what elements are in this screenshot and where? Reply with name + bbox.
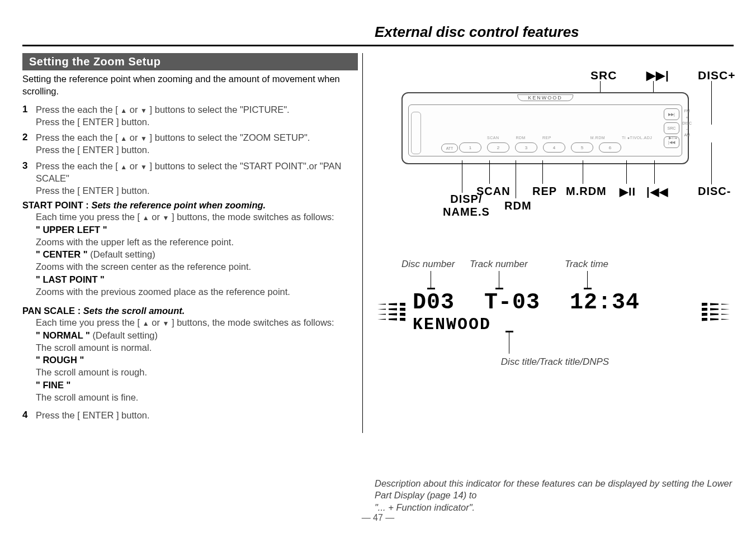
step-1: 1 Press the each the [ or ] buttons to s… bbox=[22, 103, 358, 129]
device-inner: SCAN RDM REP M.RDM TI ●TIVOL.ADJ ▶II● AT… bbox=[408, 104, 682, 156]
side-buttons: ▶▶| SRC |◀◀ bbox=[664, 108, 679, 148]
mini-rep: REP bbox=[542, 136, 551, 140]
preset-1: 1 bbox=[459, 142, 481, 153]
mini-mrdm: M.RDM bbox=[590, 136, 605, 140]
footnote-line: Description about this indicator for the… bbox=[375, 478, 732, 500]
att-button: ATT bbox=[441, 144, 458, 153]
step-4: 4 Press the [ ENTER ] button. bbox=[22, 409, 358, 422]
default-note: (Default setting) bbox=[90, 330, 158, 340]
heading-desc: Sets the scroll amount. bbox=[83, 306, 185, 316]
heading-prefix: PAN SCALE : bbox=[22, 306, 83, 316]
footnote: Description about this indicator for the… bbox=[375, 478, 733, 513]
label-rep: REP bbox=[532, 185, 557, 198]
step-text: Press the each the [ bbox=[36, 104, 120, 115]
heading-desc: Sets the reference point when zooming. bbox=[91, 200, 266, 210]
mode-lead: or bbox=[149, 212, 163, 222]
section-title: External disc control features bbox=[375, 23, 579, 41]
triangle-down-icon bbox=[163, 317, 169, 327]
default-note: (Default setting) bbox=[88, 249, 155, 259]
intro-text: Setting the reference point when zooming… bbox=[22, 73, 358, 98]
mode-lead: Each time you press the [ bbox=[36, 212, 143, 222]
option-upper-left: " UPPER LEFT " bbox=[36, 225, 107, 235]
triangle-up-icon bbox=[120, 161, 127, 171]
leader-line bbox=[711, 81, 712, 125]
option-desc: Zooms with the upper left as the referen… bbox=[36, 237, 234, 247]
label-playpause-icon: ▶II bbox=[620, 185, 636, 198]
option-center: " CENTER " (Default setting) bbox=[36, 249, 155, 259]
mini-ti: TI ●TIVOL.ADJ bbox=[622, 136, 652, 140]
step-text: ] buttons to select the "ZOOM SETUP". bbox=[147, 132, 310, 142]
device-diagram: SRC ▶▶| DISC+ KENWOOD SCAN RDM REP M.RDM… bbox=[375, 53, 733, 243]
step-text: Press the each the [ bbox=[36, 161, 120, 171]
label-rewind-icon: |◀◀ bbox=[646, 185, 668, 198]
step-text: Press the [ ENTER ] button. bbox=[36, 145, 150, 155]
mode-lead: Each time you press the [ bbox=[36, 317, 143, 327]
label-rdm: RDM bbox=[504, 199, 532, 212]
pan-scale-heading: PAN SCALE : Sets the scroll amount. bbox=[22, 306, 358, 316]
leader-line bbox=[509, 331, 509, 354]
option-normal: " NORMAL " (Default setting) bbox=[36, 330, 158, 340]
preset-3: 3 bbox=[515, 142, 537, 153]
step-2: 2 Press the each the [ or ] buttons to s… bbox=[22, 131, 358, 156]
disc-title-value: KENWOOD bbox=[413, 315, 491, 334]
triangle-down-icon bbox=[140, 161, 147, 171]
step-number: 3 bbox=[22, 160, 36, 197]
step-text: Press the each the [ bbox=[36, 132, 120, 142]
side-disc: DISC bbox=[682, 121, 692, 126]
label-mrdm: M.RDM bbox=[566, 185, 607, 198]
side-btn-src: SRC bbox=[664, 122, 679, 134]
option-desc: Zooms with the screen center as the refe… bbox=[36, 261, 251, 272]
triangle-down-icon bbox=[163, 212, 169, 222]
subsection-heading: Setting the Zoom Setup bbox=[22, 53, 358, 70]
triangle-up-icon bbox=[120, 132, 127, 142]
option-fine: " FINE " bbox=[36, 380, 70, 390]
leader-line bbox=[626, 160, 627, 184]
label-disc-title: Disc title/Track title/DNPS bbox=[375, 356, 735, 368]
brand-badge: KENWOOD bbox=[517, 94, 573, 101]
leader-line bbox=[462, 160, 462, 193]
step-3: 3 Press the each the [ or ] buttons to s… bbox=[22, 160, 358, 197]
option-desc: Zooms with the previous zoomed place as … bbox=[36, 287, 290, 297]
preset-4: 4 bbox=[543, 142, 565, 153]
leader-line bbox=[711, 142, 712, 184]
left-handle bbox=[411, 112, 421, 154]
leader-line bbox=[516, 160, 516, 198]
leader-line bbox=[542, 160, 543, 184]
preset-2: 2 bbox=[487, 142, 509, 153]
preset-row: 1 2 3 4 5 6 bbox=[459, 142, 621, 153]
label-disc-number: Disc number bbox=[401, 259, 455, 270]
preset-6: 6 bbox=[599, 142, 621, 153]
option-rough: " ROUGH " bbox=[36, 355, 84, 365]
label-track-time: Track time bbox=[565, 259, 608, 270]
step-text: Press the [ ENTER ] button. bbox=[36, 410, 150, 420]
mini-rdm: RDM bbox=[516, 136, 525, 140]
lcd-content: D03 T-03 12:34 KENWOOD bbox=[408, 290, 699, 334]
mode-lead: ] buttons, the mode switches as follows: bbox=[169, 317, 334, 327]
label-disc-minus: DISC- bbox=[698, 185, 731, 198]
label-src: SRC bbox=[590, 69, 617, 82]
pan-scale-block: Each time you press the [ or ] buttons, … bbox=[36, 316, 358, 403]
side-am: AM bbox=[682, 132, 692, 138]
side-btn-next: ▶▶| bbox=[664, 108, 679, 120]
vertical-rule bbox=[362, 53, 363, 433]
display-diagram: Disc number Track number Track time D03 … bbox=[375, 259, 735, 376]
option-desc: The scroll amount is fine. bbox=[36, 392, 138, 402]
horizontal-rule bbox=[22, 45, 734, 46]
step-text: ] buttons to select the "PICTURE". bbox=[147, 104, 290, 115]
footnote-line: "... + Function indicator". bbox=[375, 502, 475, 512]
label-scan: SCAN bbox=[476, 185, 511, 198]
page-number: — 47 — bbox=[0, 513, 756, 523]
option-desc: The scroll amount is normal. bbox=[36, 342, 152, 353]
side-labels: FM + DISC − AM bbox=[682, 108, 692, 138]
step-number: 4 bbox=[22, 409, 36, 422]
lcd-decoration-right bbox=[699, 303, 733, 321]
option-last-point: " LAST POINT " bbox=[36, 274, 105, 284]
side-fm: FM bbox=[682, 108, 692, 114]
track-number-value: T-03 bbox=[484, 290, 540, 315]
triangle-up-icon bbox=[120, 104, 127, 115]
leader-line bbox=[654, 160, 655, 184]
label-fast-forward-icon: ▶▶| bbox=[646, 69, 669, 82]
step-text: or bbox=[127, 104, 140, 115]
triangle-up-icon bbox=[143, 317, 149, 327]
step-number: 1 bbox=[22, 103, 36, 129]
